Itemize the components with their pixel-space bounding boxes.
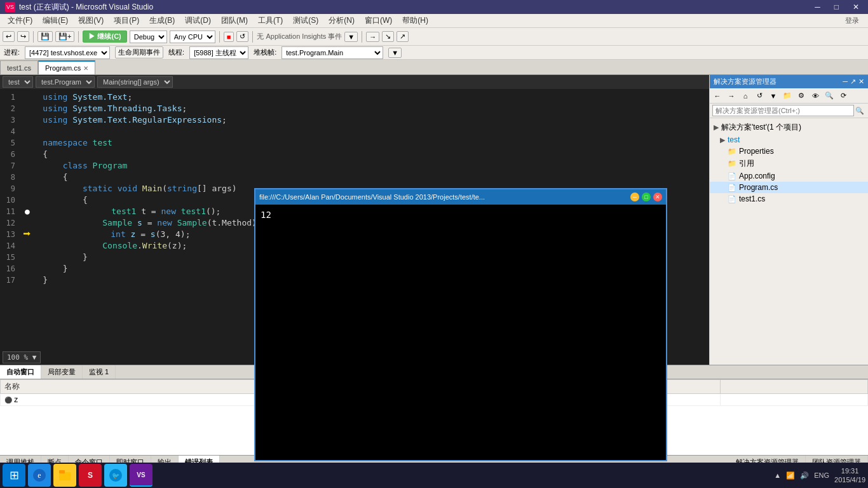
tree-test1cs-icon: 📄: [728, 195, 736, 203]
menu-test[interactable]: 测试(S): [288, 14, 323, 27]
tree-programcs[interactable]: 📄 Program.cs: [710, 182, 868, 193]
console-close-btn[interactable]: ✕: [653, 193, 662, 201]
home-btn[interactable]: ⌂: [739, 90, 752, 102]
preview-btn[interactable]: 👁: [809, 90, 822, 102]
menu-analyze[interactable]: 分析(N): [323, 14, 360, 27]
step-in-btn[interactable]: ↘: [382, 31, 394, 42]
tab-programcs-close[interactable]: ✕: [83, 65, 88, 72]
undo-btn[interactable]: ↩: [3, 31, 15, 42]
editor-tab-row: test1.cs Program.cs ✕: [0, 60, 868, 75]
menu-project[interactable]: 项目(P): [109, 14, 144, 27]
search-icon[interactable]: 🔍: [854, 107, 865, 115]
minimize-btn[interactable]: ─: [811, 3, 824, 11]
menu-tools[interactable]: 工具(T): [253, 14, 288, 27]
taskbar-vs[interactable]: VS: [130, 464, 153, 487]
sep2: [78, 31, 79, 43]
vs-icon: VS: [5, 2, 15, 12]
tray-up-arrow[interactable]: ▲: [774, 471, 781, 479]
taskbar-ie[interactable]: e: [28, 464, 51, 487]
close-btn[interactable]: ✕: [849, 3, 863, 11]
solution-tree: ▶ 解决方案'test'(1 个项目) ▶ test 📁 Properties …: [710, 118, 868, 365]
save-all-btn[interactable]: 💾+: [55, 31, 74, 42]
tab-test1cs[interactable]: test1.cs: [0, 60, 38, 74]
refresh-btn[interactable]: ↺: [753, 90, 766, 102]
menu-help[interactable]: 帮助(H): [397, 14, 433, 27]
login-btn[interactable]: 登录: [839, 16, 865, 25]
sep3: [219, 31, 220, 43]
menu-team[interactable]: 团队(M): [216, 14, 253, 27]
console-minimize-btn[interactable]: ─: [630, 193, 639, 201]
editor-context-bar: test test.Program Main(string[] args): [0, 75, 709, 89]
tree-properties[interactable]: 📁 Properties: [710, 146, 868, 157]
menu-window[interactable]: 窗口(W): [360, 14, 397, 27]
stack-select[interactable]: test.Program.Main: [281, 46, 383, 59]
solution-search-input[interactable]: [712, 105, 854, 116]
panel-close-btn[interactable]: ✕: [858, 78, 864, 86]
process-select[interactable]: [4472] test.vshost.exe: [25, 46, 110, 59]
continue-btn[interactable]: ▶ 继续(C): [83, 30, 126, 43]
tree-root-icon: ▶: [714, 123, 719, 132]
thread-select[interactable]: [5988] 主线程: [189, 46, 248, 59]
app-insights-btn[interactable]: ▼: [344, 32, 358, 42]
editor-context-select[interactable]: test: [3, 76, 33, 88]
editor-method-select[interactable]: Main(string[] args): [97, 76, 173, 88]
console-title-text: file:///C:/Users/Alan Pan/Documents/Visu…: [259, 193, 485, 201]
stack-expand-btn[interactable]: ▼: [388, 48, 402, 58]
tree-appconfig-label: App.config: [739, 172, 775, 180]
tree-appconfig-icon: 📄: [728, 172, 736, 180]
menu-debug[interactable]: 调试(D): [180, 14, 216, 27]
stop-btn[interactable]: ■: [224, 32, 234, 42]
taskbar-sogou[interactable]: S: [79, 464, 102, 487]
tree-references-icon: 📁: [728, 159, 736, 168]
tree-references[interactable]: 📁 引用: [710, 157, 868, 170]
svg-text:e: e: [37, 471, 41, 480]
zoom-level[interactable]: 100 % ▼: [3, 351, 41, 363]
back-btn[interactable]: ←: [711, 90, 724, 102]
taskbar-bird[interactable]: 🐦: [104, 464, 127, 487]
save-btn[interactable]: 💾: [37, 31, 53, 42]
menu-build[interactable]: 生成(B): [144, 14, 180, 27]
restart-btn[interactable]: ↺: [236, 31, 248, 42]
tree-root[interactable]: ▶ 解决方案'test'(1 个项目): [710, 121, 868, 134]
locals-tab[interactable]: 局部变量: [41, 365, 83, 379]
show-files-btn[interactable]: 📁: [781, 90, 794, 102]
tree-test1cs-label: test1.cs: [739, 194, 765, 203]
platform-select[interactable]: Any CPU: [170, 30, 215, 43]
pin-btn[interactable]: ─: [843, 78, 848, 86]
tree-project[interactable]: ▶ test: [710, 134, 868, 146]
filter-btn[interactable]: 🔍: [823, 90, 836, 102]
lifecycle-btn[interactable]: 生命周期事件: [115, 46, 163, 58]
console-maximize-btn[interactable]: □: [642, 193, 651, 201]
console-window: file:///C:/Users/Alan Pan/Documents/Visu…: [254, 188, 667, 461]
sync-btn[interactable]: ⟳: [837, 90, 850, 102]
app-window: VS test (正在调试) - Microsoft Visual Studio…: [0, 0, 868, 488]
tree-appconfig[interactable]: 📄 App.config: [710, 170, 868, 182]
step-out-btn[interactable]: ↗: [397, 31, 409, 42]
redo-btn[interactable]: ↪: [17, 31, 29, 42]
svg-text:🐦: 🐦: [112, 471, 120, 480]
start-button[interactable]: ⊞: [3, 464, 25, 487]
step-over-btn[interactable]: →: [366, 32, 379, 42]
collapse-btn[interactable]: ▼: [767, 90, 780, 102]
tab-programcs[interactable]: Program.cs ✕: [38, 60, 95, 74]
menu-view[interactable]: 视图(V): [73, 14, 109, 27]
taskbar-right: ▲ 📶 🔊 ENG 19:31 2015/4/19: [774, 466, 865, 485]
properties-btn[interactable]: ⚙: [795, 90, 808, 102]
forward-btn[interactable]: →: [725, 90, 738, 102]
taskbar-explorer[interactable]: [53, 464, 76, 487]
maximize-btn[interactable]: □: [831, 3, 843, 11]
tree-test1cs[interactable]: 📄 test1.cs: [710, 193, 868, 205]
editor-class-select[interactable]: test.Program: [36, 76, 95, 88]
console-output-text: 12: [261, 210, 271, 220]
watch1-tab[interactable]: 监视 1: [83, 365, 116, 379]
menu-file[interactable]: 文件(F): [3, 14, 37, 27]
sep4: [252, 31, 253, 43]
title-bar-left: VS test (正在调试) - Microsoft Visual Studio: [5, 2, 153, 13]
menu-edit[interactable]: 编辑(E): [37, 14, 73, 27]
undock-btn[interactable]: ↗: [850, 78, 856, 86]
debug-mode-select[interactable]: Debug: [130, 30, 167, 43]
clock-time: 19:31: [834, 466, 865, 475]
auto-window-tab[interactable]: 自动窗口: [0, 365, 41, 379]
toolbar: ↩ ↪ 💾 💾+ ▶ 继续(C) Debug Any CPU ■ ↺ 无 App…: [0, 28, 868, 46]
tree-project-icon: ▶: [720, 136, 725, 144]
